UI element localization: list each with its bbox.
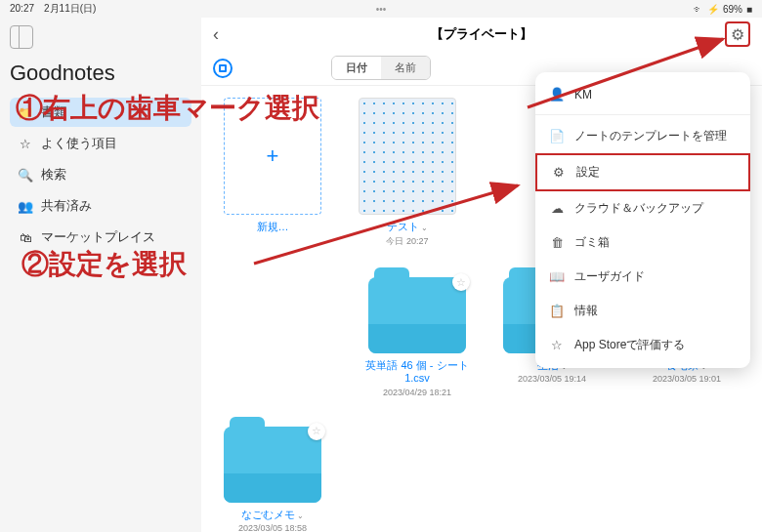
annotation-1: ①右上の歯車マーク選択 xyxy=(16,90,319,127)
star-icon[interactable]: ☆ xyxy=(452,273,470,291)
people-icon: 👥 xyxy=(18,198,33,214)
annotation-2: ②設定を選択 xyxy=(21,246,187,283)
template-icon: 📄 xyxy=(549,129,565,143)
menu-account[interactable]: 👤KM xyxy=(535,78,750,110)
cloud-icon: ☁ xyxy=(549,201,565,216)
sidebar-toggle-icon[interactable] xyxy=(10,25,33,49)
card-test[interactable]: テスト⌄ 今日 20:27 xyxy=(354,98,461,248)
menu-trash[interactable]: 🗑ゴミ箱 xyxy=(535,225,750,260)
sliders-icon: ⚙ xyxy=(551,165,567,180)
search-icon: 🔍 xyxy=(18,167,33,183)
status-bar: 20:27 2月11日(日) ••• ᯤ⚡69%■ xyxy=(0,0,762,18)
menu-cloud[interactable]: ☁クラウド＆バックアップ xyxy=(535,191,750,225)
note-thumb[interactable] xyxy=(359,98,456,215)
menu-settings[interactable]: ⚙設定 xyxy=(535,153,750,191)
star-icon: ☆ xyxy=(18,136,33,151)
menu-rate[interactable]: ☆App Storeで評価する xyxy=(535,328,750,362)
back-chevron-icon[interactable]: ‹ xyxy=(213,24,219,45)
sidebar-item-search[interactable]: 🔍 検索 xyxy=(10,160,191,189)
person-icon: 👤 xyxy=(549,87,565,102)
gear-icon[interactable]: ⚙ xyxy=(725,21,750,47)
segment-date[interactable]: 日付 xyxy=(332,57,381,79)
shop-icon: 🛍 xyxy=(18,229,33,245)
menu-guide[interactable]: 📖ユーザガイド xyxy=(535,260,750,294)
sidebar-item-favorites[interactable]: ☆ よく使う項目 xyxy=(10,129,191,158)
card-memo[interactable]: ☆ なごむメモ⌄ 2023/03/05 18:58 xyxy=(219,415,326,532)
book-icon: 📖 xyxy=(549,269,565,284)
app-title: Goodnotes xyxy=(10,61,191,86)
count-badge: ◯ 46 xyxy=(374,336,407,348)
page-title: 【プライベート】 xyxy=(431,25,532,43)
settings-menu: 👤KM 📄ノートのテンプレートを管理 ⚙設定 ☁クラウド＆バックアップ 🗑ゴミ箱… xyxy=(535,72,750,368)
star-icon[interactable]: ☆ xyxy=(308,423,325,440)
menu-templates[interactable]: 📄ノートのテンプレートを管理 xyxy=(535,119,750,153)
menu-info[interactable]: 📋情報 xyxy=(535,294,750,328)
topbar: ‹ 【プライベート】 ⚙ xyxy=(201,18,762,51)
card-vocab[interactable]: ☆◯ 46 英単語 46 個 - シート 1.csv 2023/04/29 18… xyxy=(363,266,471,396)
info-icon: 📋 xyxy=(549,304,565,318)
star-icon: ☆ xyxy=(549,338,565,352)
sidebar-item-shared[interactable]: 👥 共有済み xyxy=(10,191,191,221)
segment-name[interactable]: 名前 xyxy=(381,57,430,79)
sort-segment[interactable]: 日付 名前 xyxy=(331,56,431,80)
trash-icon: 🗑 xyxy=(549,235,565,250)
layout-icon[interactable] xyxy=(213,59,233,78)
